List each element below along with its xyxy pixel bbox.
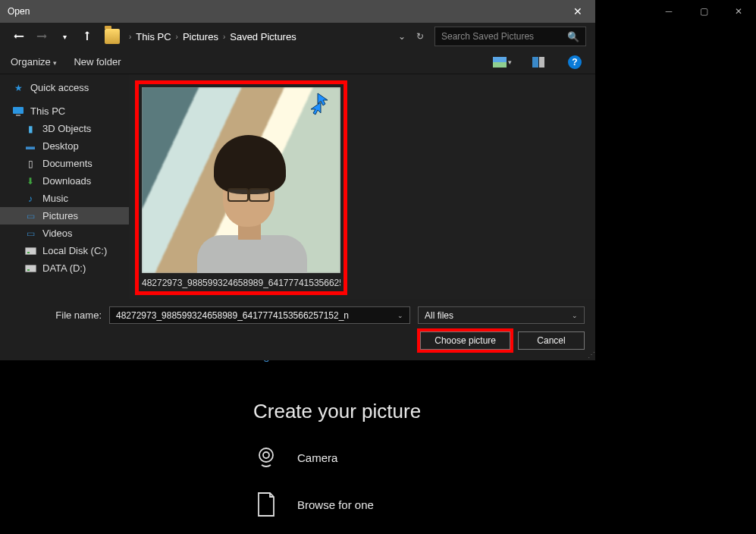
drive-icon [24,245,36,257]
thumbnail-image [142,87,340,273]
music-icon: ♪ [24,193,36,205]
desktop-icon: ▬ [24,140,36,152]
breadcrumb[interactable]: › This PC › Pictures › Saved Pictures ⌄ … [123,31,431,42]
parent-minimize-button[interactable]: ─ [651,0,686,23]
file-type-filter[interactable]: All files ⌄ [418,306,585,324]
dialog-toolbar: Organize ▾ New folder ▾ ? [0,50,595,74]
monitor-icon [12,105,24,118]
drive-icon [24,262,36,275]
chevron-right-icon: › [223,33,225,41]
parent-maximize-button[interactable]: ▢ [686,0,721,23]
sidebar-label: 3D Objects [42,123,91,134]
sidebar-label: Desktop [42,140,79,152]
parent-close-button[interactable]: ✕ [721,0,756,23]
sidebar-item-local-disk-c[interactable]: Local Disk (C:) [0,242,129,259]
camera-action[interactable]: Camera [253,444,736,470]
nav-forward-button[interactable]: 🠖 [32,27,52,46]
camera-label: Camera [297,451,337,464]
nav-sidebar: ★ Quick access This PC ▮ 3D Objects ▬ De… [0,74,129,299]
sidebar-item-data-d[interactable]: DATA (D:) [0,259,129,277]
sidebar-quick-access[interactable]: ★ Quick access [0,79,129,96]
file-open-dialog: Open ✕ 🠔 🠖 ▾ 🠕 › This PC › Pictures › Sa… [0,0,595,360]
svg-point-0 [259,448,273,462]
star-icon: ★ [12,82,24,94]
sidebar-item-desktop[interactable]: ▬ Desktop [0,137,129,155]
search-placeholder: Search Saved Pictures [441,31,534,42]
chevron-right-icon: › [176,33,178,41]
filename-value: 48272973_988599324658989_641777415356625… [116,310,349,321]
sidebar-label: Pictures [42,210,78,221]
sidebar-item-documents[interactable]: ▯ Documents [0,155,129,172]
sidebar-item-pictures[interactable]: ▭ Pictures [0,207,129,225]
location-folder-icon [105,29,120,44]
parent-titlebar: ─ ▢ ✕ [651,0,756,23]
dialog-close-button[interactable]: ✕ [560,0,595,23]
svg-rect-3 [16,115,20,116]
chevron-down-icon: ⌄ [572,312,578,319]
cursor-icon [307,92,336,118]
svg-point-1 [263,452,269,458]
breadcrumb-item[interactable]: This PC [136,31,171,42]
sidebar-item-downloads[interactable]: ⬇ Downloads [0,172,129,190]
nav-row: 🠔 🠖 ▾ 🠕 › This PC › Pictures › Saved Pic… [0,23,595,50]
help-button[interactable]: ? [565,55,585,70]
videos-icon: ▭ [24,228,36,240]
sidebar-item-videos[interactable]: ▭ Videos [0,225,129,242]
sidebar-label: Local Disk (C:) [42,245,107,256]
search-input[interactable]: Search Saved Pictures 🔍 [434,27,586,46]
breadcrumb-dropdown-button[interactable]: ⌄ [398,31,406,42]
documents-icon: ▯ [24,158,36,170]
sidebar-item-music[interactable]: ♪ Music [0,190,129,207]
cube-icon: ▮ [24,123,36,135]
file-thumbnail-selected[interactable]: 48272973_988599324658989_641777415356625… [135,80,347,295]
chevron-down-icon[interactable]: ⌄ [397,312,403,319]
sidebar-label: DATA (D:) [42,262,86,274]
sidebar-label: This PC [30,105,65,117]
browse-action[interactable]: Browse for one [253,492,736,517]
thumbnail-caption: 48272973_988599324658989_641777415356625… [142,273,340,288]
svg-rect-2 [13,107,24,114]
filter-label: All files [425,310,453,321]
organize-menu[interactable]: Organize ▾ [11,56,57,68]
download-icon: ⬇ [24,175,36,187]
sidebar-label: Music [42,193,68,204]
dialog-title: Open [0,6,30,17]
nav-back-button[interactable]: 🠔 [9,27,29,46]
new-folder-button[interactable]: New folder [74,56,121,68]
sidebar-label: Downloads [42,175,91,187]
browse-icon [253,492,279,517]
file-list-pane[interactable]: 48272973_988599324658989_641777415356625… [129,74,595,299]
filename-label: File name: [11,309,102,321]
camera-icon [253,444,279,470]
settings-content: Sign in with a Microsoft account instead… [235,349,736,534]
nav-recent-dropdown[interactable]: ▾ [55,27,74,46]
sidebar-label: Quick access [30,82,89,93]
dialog-bottom-bar: File name: 48272973_988599324658989_6417… [0,299,595,360]
filename-input[interactable]: 48272973_988599324658989_641777415356625… [109,306,410,324]
nav-up-button[interactable]: 🠕 [77,27,97,46]
refresh-button[interactable]: ↻ [416,31,424,42]
sidebar-item-3d-objects[interactable]: ▮ 3D Objects [0,120,129,137]
chevron-right-icon: › [129,33,131,41]
preview-pane-button[interactable] [529,55,548,70]
choose-picture-button[interactable]: Choose picture [420,331,510,350]
pictures-icon: ▭ [24,210,36,222]
browse-label: Browse for one [297,498,374,511]
search-icon: 🔍 [567,31,579,42]
resize-grip[interactable]: ⋰ [588,350,594,359]
sidebar-label: Videos [42,228,73,239]
dialog-titlebar[interactable]: Open ✕ [0,0,595,23]
view-options-button[interactable]: ▾ [492,55,512,70]
breadcrumb-item[interactable]: Saved Pictures [230,31,296,42]
sidebar-this-pc[interactable]: This PC [0,102,129,120]
breadcrumb-item[interactable]: Pictures [183,31,218,42]
sidebar-label: Documents [42,158,93,169]
cancel-button[interactable]: Cancel [518,331,585,350]
create-picture-title: Create your picture [253,400,736,423]
